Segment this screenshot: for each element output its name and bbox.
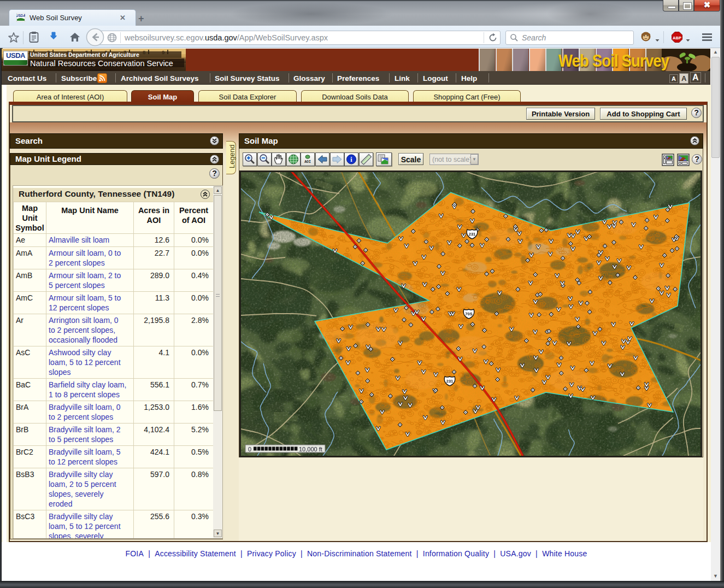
svg-text:0: 0 [248, 446, 251, 452]
svg-text:AOI: AOI [305, 160, 311, 164]
svg-text:70S: 70S [465, 311, 472, 316]
svg-text:231: 231 [469, 232, 476, 237]
svg-text:10,000 ft: 10,000 ft [299, 446, 322, 452]
svg-text:231: 231 [446, 379, 454, 384]
svg-text:USDA: USDA [16, 14, 25, 17]
svg-text:ABP: ABP [673, 36, 681, 40]
